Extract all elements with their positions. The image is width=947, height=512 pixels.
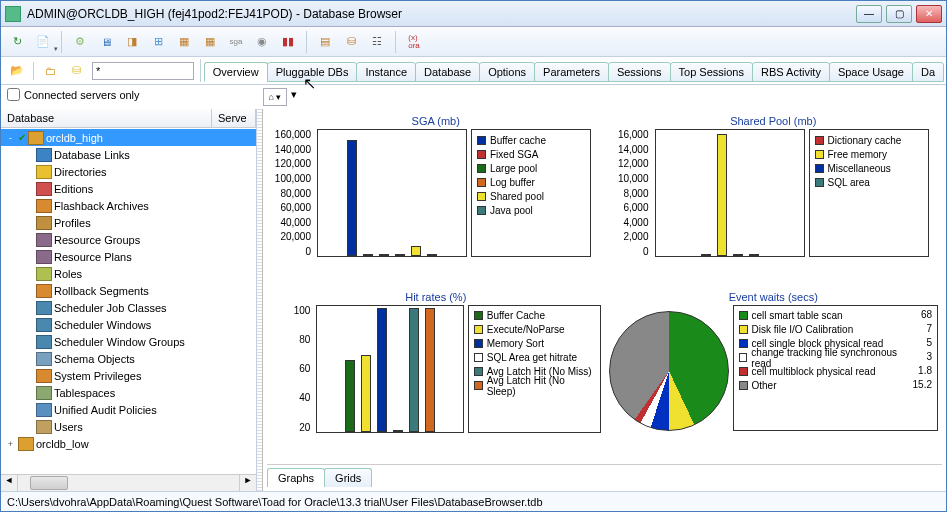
tree-item-label: Scheduler Job Classes (54, 302, 167, 314)
tree-item-label: System Privileges (54, 370, 141, 382)
tree-item-resource-groups[interactable]: Resource Groups (1, 231, 256, 248)
app-icon (5, 6, 21, 22)
tree-item-label: Unified Audit Policies (54, 404, 157, 416)
tab-database[interactable]: Database (415, 62, 480, 82)
tree-item-icon (28, 131, 44, 145)
bottom-tab-grids[interactable]: Grids (324, 468, 372, 487)
tab-overview[interactable]: Overview (204, 62, 268, 82)
database-icon[interactable]: ⛁ (66, 61, 86, 81)
bar (345, 360, 355, 432)
tab-rbs-activity[interactable]: RBS Activity (752, 62, 830, 82)
chart-title: Shared Pool (mb) (609, 115, 939, 127)
tree-item-scheduler-job-classes[interactable]: Scheduler Job Classes (1, 299, 256, 316)
tab-top-sessions[interactable]: Top Sessions (670, 62, 753, 82)
tree-item-label: Resource Groups (54, 234, 140, 246)
tree-item-profiles[interactable]: Profiles (1, 214, 256, 231)
tree-item-database-links[interactable]: Database Links (1, 146, 256, 163)
tree-item-icon (36, 335, 52, 349)
status-bar: C:\Users\dvohra\AppData\Roaming\Quest So… (1, 491, 946, 511)
tree-item-label: Resource Plans (54, 251, 132, 263)
storage-button[interactable]: ▤ (315, 32, 335, 52)
bottom-tab-graphs[interactable]: Graphs (267, 468, 325, 487)
chart-0: SGA (mb)160,000140,000120,000100,00080,0… (267, 113, 605, 289)
list-header: Database Serve (1, 109, 256, 128)
script-button[interactable]: ⚙ (70, 32, 90, 52)
tree-item-label: Rollback Segments (54, 285, 149, 297)
sga-button[interactable]: sga (226, 32, 246, 52)
minimize-button[interactable]: — (856, 5, 882, 23)
bar (701, 254, 711, 256)
globe-button[interactable]: ◉ (252, 32, 272, 52)
tab-instance[interactable]: Instance (356, 62, 416, 82)
chart-title: Hit rates (%) (271, 291, 601, 303)
hand-icon[interactable]: 🗀 (40, 61, 60, 81)
window-button[interactable]: ◨ (122, 32, 142, 52)
bar (361, 355, 371, 432)
tree-item-unified-audit-policies[interactable]: Unified Audit Policies (1, 401, 256, 418)
tree-item-icon (36, 386, 52, 400)
tab-parameters[interactable]: Parameters (534, 62, 609, 82)
bar (411, 246, 421, 256)
filter-input[interactable]: * (92, 62, 194, 80)
tree-item-directories[interactable]: Directories (1, 163, 256, 180)
pie-chart (609, 311, 729, 431)
db-button[interactable]: ▦ (174, 32, 194, 52)
tree-item-users[interactable]: Users (1, 418, 256, 435)
dropdown-arrow[interactable]: ▾ (291, 88, 297, 106)
database-tree[interactable]: -✔orcldb_highDatabase LinksDirectoriesEd… (1, 128, 256, 474)
tree-item-icon (18, 437, 34, 451)
connected-only-checkbox[interactable]: Connected servers only (7, 88, 251, 101)
chart-legend: Buffer CacheExecute/NoParseMemory SortSQ… (468, 305, 601, 433)
close-button[interactable]: ✕ (916, 5, 942, 23)
maximize-button[interactable]: ▢ (886, 5, 912, 23)
tree-item-icon (36, 420, 52, 434)
tree-item-scheduler-windows[interactable]: Scheduler Windows (1, 316, 256, 333)
tree-item-orcldb_high[interactable]: -✔orcldb_high (1, 129, 256, 146)
bar (717, 134, 727, 256)
tree-item-rollback-segments[interactable]: Rollback Segments (1, 282, 256, 299)
new-button[interactable]: 📄 (33, 32, 53, 52)
tree-item-label: Users (54, 421, 83, 433)
content-tabs: OverviewPluggable DBsInstanceDatabaseOpt… (201, 59, 946, 82)
ora-button[interactable]: (x) ora (404, 32, 424, 52)
chart-2: Hit rates (%)10080604020Buffer CacheExec… (267, 289, 605, 465)
chart-button[interactable]: ▮▮ (278, 32, 298, 52)
tree-item-icon (36, 148, 52, 162)
refresh-button[interactable]: ↻ (7, 32, 27, 52)
folder-open-icon[interactable]: 📂 (7, 61, 27, 81)
tab-sessions[interactable]: Sessions (608, 62, 671, 82)
tree-item-system-privileges[interactable]: System Privileges (1, 367, 256, 384)
bar (393, 430, 403, 432)
tree-item-schema-objects[interactable]: Schema Objects (1, 350, 256, 367)
tree-item-resource-plans[interactable]: Resource Plans (1, 248, 256, 265)
tree-item-tablespaces[interactable]: Tablespaces (1, 384, 256, 401)
tree-item-icon (36, 250, 52, 264)
column-server[interactable]: Serve (212, 109, 256, 127)
column-database[interactable]: Database (1, 109, 212, 127)
window-title: ADMIN@ORCLDB_HIGH (fej41pod2:FEJ41POD) -… (27, 7, 856, 21)
tree-item-label: Schema Objects (54, 353, 135, 365)
tree-item-orcldb_low[interactable]: +orcldb_low (1, 435, 256, 452)
tree-item-scheduler-window-groups[interactable]: Scheduler Window Groups (1, 333, 256, 350)
monitor-button[interactable]: 🖥 (96, 32, 116, 52)
tab-da[interactable]: Da (912, 62, 944, 82)
tab-options[interactable]: Options (479, 62, 535, 82)
titlebar[interactable]: ADMIN@ORCLDB_HIGH (fej41pod2:FEJ41POD) -… (1, 1, 946, 27)
db-small-button[interactable]: ▦ (200, 32, 220, 52)
tab-pluggable-dbs[interactable]: Pluggable DBs (267, 62, 358, 82)
view-mode-dropdown[interactable]: ⌂ ▾ (263, 88, 287, 106)
horizontal-scrollbar[interactable]: ◄► (1, 474, 256, 491)
hive-button[interactable]: ☷ (367, 32, 387, 52)
chart-1: Shared Pool (mb)16,00014,00012,00010,000… (605, 113, 943, 289)
tree-item-flashback-archives[interactable]: Flashback Archives (1, 197, 256, 214)
content-pane: SGA (mb)160,000140,000120,000100,00080,0… (263, 109, 946, 491)
tab-space-usage[interactable]: Space Usage (829, 62, 913, 82)
tree-item-editions[interactable]: Editions (1, 180, 256, 197)
connected-only-input[interactable] (7, 88, 20, 101)
db2-button[interactable]: ⛁ (341, 32, 361, 52)
grid-button[interactable]: ⊞ (148, 32, 168, 52)
bottom-tabs: GraphsGrids (267, 464, 942, 487)
tree-item-roles[interactable]: Roles (1, 265, 256, 282)
tree-item-icon (36, 216, 52, 230)
tree-item-label: Editions (54, 183, 93, 195)
